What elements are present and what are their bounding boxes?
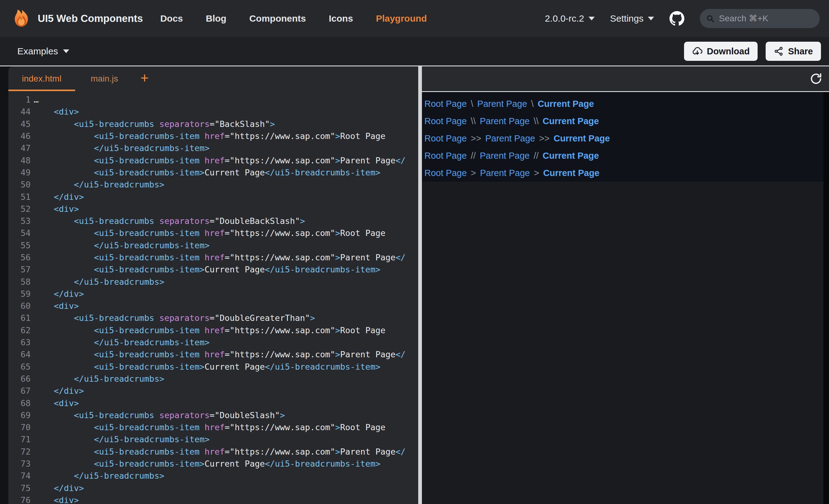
version-dropdown[interactable]: 2.0.0-rc.2 bbox=[545, 13, 595, 24]
code-line[interactable]: 52 <div> bbox=[8, 203, 418, 215]
code-line[interactable]: 57 <ui5-breadcrumbs-item>Current Page</u… bbox=[8, 263, 418, 275]
code-line[interactable]: 50 </ui5-breadcrumbs> bbox=[8, 179, 418, 191]
code-line[interactable]: 64 <ui5-breadcrumbs-item href="https://w… bbox=[8, 348, 418, 360]
code-line[interactable]: 45 <ui5-breadcrumbs separators="BackSlas… bbox=[8, 118, 418, 130]
code-line[interactable]: 48 <ui5-breadcrumbs-item href="https://w… bbox=[8, 154, 418, 166]
breadcrumb-link[interactable]: Parent Page bbox=[480, 151, 530, 161]
code-text: <div> bbox=[34, 107, 79, 116]
code-line[interactable]: 55 </ui5-breadcrumbs-item> bbox=[8, 239, 418, 251]
breadcrumbs-row: Root Page\Parent Page\Current Page bbox=[424, 97, 823, 111]
code-editor-panel[interactable]: index.htmlmain.js+ 1…44 <div>45 <ui5-bre… bbox=[8, 66, 418, 504]
line-number: 70 bbox=[8, 423, 31, 432]
nav-link-blog[interactable]: Blog bbox=[206, 13, 226, 24]
code-text: <div> bbox=[34, 301, 79, 311]
line-number: 74 bbox=[8, 471, 31, 480]
code-line[interactable]: 60 <div> bbox=[8, 300, 418, 312]
panel-resize-divider[interactable] bbox=[418, 66, 422, 504]
code-line[interactable]: 73 <ui5-breadcrumbs-item>Current Page</u… bbox=[8, 458, 418, 470]
code-line[interactable]: 59 </div> bbox=[8, 288, 418, 300]
code-line[interactable]: 76 <div> bbox=[8, 494, 418, 504]
breadcrumb-link[interactable]: Root Page bbox=[424, 133, 467, 144]
code-line[interactable]: 68 <div> bbox=[8, 397, 418, 409]
breadcrumb-separator: \ bbox=[531, 99, 534, 109]
code-line[interactable]: 62 <ui5-breadcrumbs-item href="https://w… bbox=[8, 324, 418, 336]
breadcrumb-link[interactable]: Root Page bbox=[424, 151, 467, 161]
code-text: <ui5-breadcrumbs separators="DoubleBackS… bbox=[34, 216, 305, 226]
code-line[interactable]: 58 </ui5-breadcrumbs> bbox=[8, 275, 418, 287]
code-line[interactable]: 72 <ui5-breadcrumbs-item href="https://w… bbox=[8, 445, 418, 458]
examples-label: Examples bbox=[17, 46, 58, 56]
examples-toolbar: Examples Download Share bbox=[0, 37, 829, 66]
settings-dropdown[interactable]: Settings bbox=[610, 13, 654, 24]
code-line[interactable]: 56 <ui5-breadcrumbs-item href="https://w… bbox=[8, 251, 418, 263]
nav-link-docs[interactable]: Docs bbox=[160, 13, 183, 24]
code-line[interactable]: 67 </div> bbox=[8, 385, 418, 397]
code-line[interactable]: 61 <ui5-breadcrumbs separators="DoubleGr… bbox=[8, 312, 418, 324]
breadcrumb-link[interactable]: Parent Page bbox=[480, 168, 530, 178]
code-text: </ui5-breadcrumbs-item> bbox=[34, 143, 210, 153]
code-line[interactable]: 66 </ui5-breadcrumbs> bbox=[8, 373, 418, 385]
code-text: <ui5-breadcrumbs-item>Current Page</ui5-… bbox=[34, 459, 381, 468]
code-text: <ui5-breadcrumbs-item href="https://www.… bbox=[34, 156, 405, 165]
code-text: <ui5-breadcrumbs-item href="https://www.… bbox=[34, 350, 405, 359]
breadcrumb-link[interactable]: Parent Page bbox=[485, 133, 535, 144]
line-number: 76 bbox=[8, 495, 31, 504]
breadcrumb-link[interactable]: Parent Page bbox=[477, 99, 527, 109]
code-text: </div> bbox=[34, 483, 84, 493]
code-line[interactable]: 69 <ui5-breadcrumbs separators="DoubleSl… bbox=[8, 409, 418, 421]
nav-link-icons[interactable]: Icons bbox=[329, 13, 353, 24]
editor-tab-index.html[interactable]: index.html bbox=[8, 66, 75, 91]
code-line[interactable]: 71 </ui5-breadcrumbs-item> bbox=[8, 433, 418, 445]
search-input[interactable] bbox=[718, 13, 814, 24]
chevron-down-icon bbox=[588, 17, 595, 21]
add-tab-button[interactable]: + bbox=[134, 66, 155, 91]
breadcrumb-current: Current Page bbox=[543, 151, 599, 161]
code-text: <ui5-breadcrumbs-item href="https://www.… bbox=[34, 253, 405, 262]
code-line[interactable]: 70 <ui5-breadcrumbs-item href="https://w… bbox=[8, 421, 418, 433]
line-number: 63 bbox=[8, 338, 31, 347]
code-text: </ui5-breadcrumbs> bbox=[34, 277, 165, 286]
breadcrumb-link[interactable]: Root Page bbox=[424, 99, 467, 109]
code-line[interactable]: 47 </ui5-breadcrumbs-item> bbox=[8, 142, 418, 154]
code-text: <ui5-breadcrumbs-item href="https://www.… bbox=[34, 447, 405, 457]
code-line[interactable]: 53 <ui5-breadcrumbs separators="DoubleBa… bbox=[8, 215, 418, 227]
code-line[interactable]: 74 </ui5-breadcrumbs> bbox=[8, 470, 418, 482]
code-line[interactable]: 49 <ui5-breadcrumbs-item>Current Page</u… bbox=[8, 166, 418, 179]
breadcrumb-link[interactable]: Root Page bbox=[424, 116, 467, 126]
breadcrumb-link[interactable]: Parent Page bbox=[480, 116, 530, 126]
breadcrumb-separator: \ bbox=[471, 99, 473, 109]
share-button[interactable]: Share bbox=[766, 42, 821, 61]
code-line[interactable]: 65 <ui5-breadcrumbs-item>Current Page</u… bbox=[8, 361, 418, 373]
editor-tab-main.js[interactable]: main.js bbox=[75, 66, 134, 91]
code-line[interactable]: 46 <ui5-breadcrumbs-item href="https://w… bbox=[8, 130, 418, 142]
code-line[interactable]: 54 <ui5-breadcrumbs-item href="https://w… bbox=[8, 227, 418, 239]
github-icon bbox=[670, 11, 684, 26]
line-number: 58 bbox=[8, 277, 31, 286]
breadcrumb-current: Current Page bbox=[543, 168, 599, 178]
code-text: </ui5-breadcrumbs-item> bbox=[34, 338, 210, 347]
code-text: <ui5-breadcrumbs separators="DoubleGreat… bbox=[34, 313, 315, 323]
line-number: 67 bbox=[8, 386, 31, 396]
line-number: 62 bbox=[8, 325, 31, 335]
download-button[interactable]: Download bbox=[684, 42, 758, 61]
code-line[interactable]: 51 </div> bbox=[8, 191, 418, 203]
line-number: 64 bbox=[8, 350, 31, 359]
github-link[interactable] bbox=[670, 11, 684, 26]
line-number: 52 bbox=[8, 204, 31, 214]
code-content[interactable]: 1…44 <div>45 <ui5-breadcrumbs separators… bbox=[8, 93, 418, 504]
nav-link-playground[interactable]: Playground bbox=[376, 13, 427, 24]
code-line[interactable]: 44 <div> bbox=[8, 106, 418, 118]
line-number: 55 bbox=[8, 241, 31, 250]
code-text: <ui5-breadcrumbs separators="DoubleSlash… bbox=[34, 411, 285, 420]
breadcrumb-link[interactable]: Root Page bbox=[424, 168, 467, 178]
code-line[interactable]: 1… bbox=[8, 93, 418, 106]
code-line[interactable]: 75 </div> bbox=[8, 482, 418, 494]
search-box[interactable] bbox=[700, 9, 820, 28]
code-text: <div> bbox=[34, 204, 79, 214]
nav-link-components[interactable]: Components bbox=[249, 13, 306, 24]
brand[interactable]: UI5 Web Components bbox=[12, 9, 143, 29]
code-line[interactable]: 63 </ui5-breadcrumbs-item> bbox=[8, 336, 418, 348]
examples-menu[interactable]: Examples bbox=[17, 46, 69, 56]
code-text: <ui5-breadcrumbs-item>Current Page</ui5-… bbox=[34, 265, 381, 274]
refresh-button[interactable] bbox=[809, 72, 823, 85]
